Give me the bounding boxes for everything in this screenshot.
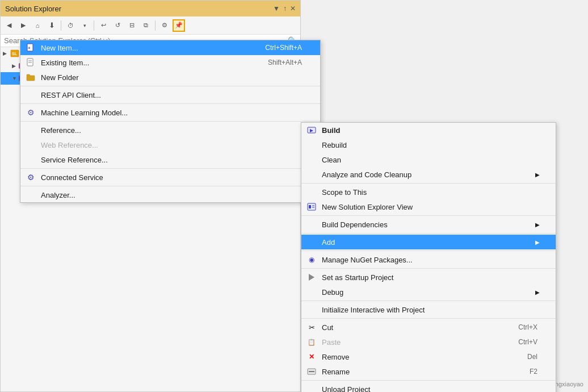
menu-rename[interactable]: Rename F2 [301,364,556,379]
new-solution-view-label: New Solution Explorer View [322,203,413,211]
set-startup-label: Set as Startup Project [322,273,393,282]
menu-sep-4 [20,168,320,169]
close-button[interactable]: ✕ [290,5,296,12]
settings-button[interactable]: ⚙ [158,19,171,32]
refresh-button[interactable]: ↺ [111,19,124,32]
auto-hide-button[interactable]: ↑ [283,5,287,12]
title-bar-buttons: ▼ ↑ ✕ [273,5,296,12]
remove-icon: ✕ [306,351,317,362]
menu-connected-service[interactable]: ⚙ Connected Service [20,170,320,185]
remove-shortcut: Del [527,353,542,361]
minimize-button[interactable]: ▼ [273,5,280,12]
menu-set-startup[interactable]: Set as Startup Project [301,270,556,285]
menu-web-reference[interactable]: Web Reference... [20,137,320,152]
menu-build[interactable]: Build [301,123,556,137]
ml-model-label: Machine Learning Model... [41,109,128,117]
home-button[interactable]: ⌂ [31,19,44,32]
cut-shortcut: Ctrl+X [518,323,542,331]
solution-icon: SL [10,48,20,59]
clean-label: Clean [322,156,341,164]
existing-item-label: Existing Item... [41,59,89,67]
expand-nunit[interactable]: ▼ [12,76,19,81]
menu-new-solution-view[interactable]: New Solution Explorer View [301,199,556,214]
new-solution-view-icon [306,201,317,212]
toolbar-sep1 [61,20,61,31]
collapse-button[interactable]: ⊟ [125,19,138,32]
rebuild-label: Rebuild [322,141,347,149]
undo-button[interactable]: ↩ [97,19,110,32]
ml-icon: ⚙ [25,107,36,118]
menu-add[interactable]: Add ▶ [301,235,556,249]
forward-button[interactable]: ▶ [17,19,30,32]
build-label: Build [322,126,341,135]
menu-analyzer[interactable]: Analyzer... [20,187,320,202]
menu-init-interactive[interactable]: Initialize Interactive with Project [301,302,556,317]
right-sep6 [301,301,556,301]
menu-ml-model[interactable]: ⚙ Machine Learning Model... [20,105,320,120]
menu-debug[interactable]: Debug ▶ [301,285,556,299]
menu-scope-to-this[interactable]: Scope to This [301,185,556,199]
menu-new-item[interactable]: + New Item... Ctrl+Shift+A [20,40,320,55]
menu-rebuild[interactable]: Rebuild [301,137,556,152]
build-icon [306,124,317,136]
expand-solution[interactable]: ▶ [3,51,10,56]
toolbar-sep3 [155,20,156,31]
menu-existing-item[interactable]: Existing Item... Shift+Alt+A [20,55,320,70]
right-sep4 [301,251,556,251]
add-label: Add [322,238,335,247]
debug-label: Debug [322,288,343,297]
manage-nuget-label: Manage NuGet Packages... [322,256,413,264]
rename-shortcut: F2 [530,368,542,376]
remove-label: Remove [322,353,349,361]
connected-service-icon: ⚙ [25,172,36,183]
menu-remove[interactable]: ✕ Remove Del [301,349,556,364]
menu-unload[interactable]: Unload Project [301,382,556,392]
source-control-button[interactable]: ⬇ [45,19,58,32]
pin-button[interactable]: 📌 [173,19,185,32]
menu-manage-nuget[interactable]: ◉ Manage NuGet Packages... [301,252,556,267]
right-sep5 [301,268,556,269]
menu-sep-5 [20,186,320,186]
startup-icon [306,272,317,283]
paste-icon: 📋 [306,336,317,348]
menu-rest-api[interactable]: REST API Client... [20,87,320,102]
menu-service-reference[interactable]: Service Reference... [20,152,320,167]
menu-cut[interactable]: ✂ Cut Ctrl+X [301,320,556,335]
menu-build-deps[interactable]: Build Dependencies ▶ [301,217,556,232]
web-reference-label: Web Reference... [41,141,98,149]
menu-sep-2 [20,103,320,104]
svg-rect-16 [309,205,311,208]
connected-service-label: Connected Service [41,173,103,182]
expand-mstest[interactable]: ▶ [12,63,19,69]
cut-label: Cut [322,323,333,332]
new-folder-icon [25,72,36,83]
menu-reference[interactable]: Reference... [20,123,320,137]
new-item-icon: + [25,42,36,53]
filter-button[interactable]: ⧉ [140,19,152,32]
build-deps-arrow: ▶ [535,222,542,228]
history-dropdown[interactable]: ▾ [78,19,91,32]
right-sep7 [301,318,556,319]
menu-clean[interactable]: Clean [301,152,556,167]
analyzer-label: Analyzer... [41,191,75,199]
scope-to-this-label: Scope to This [322,188,367,197]
menu-new-folder[interactable]: New Folder [20,70,320,85]
new-item-label: New Item... [41,44,78,52]
reference-label: Reference... [41,126,81,135]
title-bar-label: Solution Explorer [5,5,61,13]
back-button[interactable]: ◀ [3,19,15,32]
debug-arrow: ▶ [535,289,542,295]
menu-paste[interactable]: 📋 Paste Ctrl+V [301,335,556,349]
menu-analyze[interactable]: Analyze and Code Cleanup ▶ [301,167,556,182]
new-folder-label: New Folder [41,73,78,82]
toolbar-sep2 [94,20,94,31]
history-button[interactable]: ⏱ [64,19,77,32]
existing-item-shortcut: Shift+Alt+A [268,59,306,66]
add-submenu: + New Item... Ctrl+Shift+A Existing Item… [20,40,321,203]
build-deps-label: Build Dependencies [322,220,388,229]
right-sep1 [301,183,556,184]
right-sep3 [301,233,556,233]
right-sep8 [301,380,556,381]
rest-api-label: REST API Client... [41,91,101,99]
cut-icon: ✂ [306,322,317,333]
